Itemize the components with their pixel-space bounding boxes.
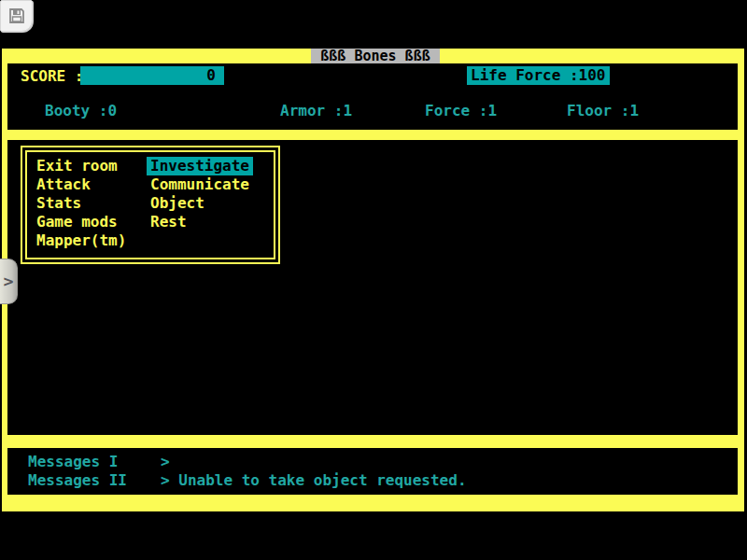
menu-item-game-mods[interactable]: Game mods [36, 213, 150, 231]
stat-booty: Booty :0 [45, 102, 117, 119]
message-row-2: Messages II > Unable to take object requ… [7, 471, 738, 490]
save-button[interactable] [0, 0, 33, 32]
menu-item-exit-room[interactable]: Exit room [36, 157, 150, 175]
floppy-disk-icon [7, 7, 26, 25]
menu-item-investigate[interactable]: Investigate [147, 157, 253, 175]
menu-item-object[interactable]: Object [150, 194, 204, 213]
game-screen: ßßß Bones ßßß SCORE : 0 Life Force :100 … [2, 49, 744, 511]
command-menu: Exit room Investigate Attack Communicate… [21, 146, 280, 264]
menu-item-stats[interactable]: Stats [36, 194, 150, 213]
messages-panel: Messages I > Messages II > Unable to tak… [7, 448, 738, 495]
stat-floor: Floor :1 [567, 102, 639, 119]
game-window: ßßß Bones ßßß SCORE : 0 Life Force :100 … [0, 0, 747, 560]
menu-item-mapper[interactable]: Mapper(tm) [36, 231, 150, 250]
menu-item-rest[interactable]: Rest [150, 213, 187, 231]
score-bar: 0 [80, 66, 224, 85]
messages-1-text: > [161, 453, 170, 471]
stat-force: Force :1 [425, 102, 497, 119]
messages-1-label: Messages I [28, 453, 161, 471]
message-row-1: Messages I > [7, 453, 738, 471]
status-panel: SCORE : 0 Life Force :100 Booty :0 Armor… [7, 63, 738, 130]
menu-item-communicate[interactable]: Communicate [150, 175, 249, 194]
main-viewport: Exit room Investigate Attack Communicate… [7, 140, 738, 435]
sidebar-expand-handle[interactable]: > [0, 259, 18, 304]
score-label: SCORE : [21, 67, 83, 85]
life-force-badge: Life Force :100 [467, 66, 610, 85]
chevron-right-icon: > [3, 273, 15, 290]
messages-2-label: Messages II [28, 471, 161, 490]
stat-armor: Armor :1 [280, 102, 352, 119]
menu-item-attack[interactable]: Attack [36, 175, 150, 194]
window-title: ßßß Bones ßßß [311, 49, 440, 64]
command-menu-inner: Exit room Investigate Attack Communicate… [25, 150, 275, 259]
messages-2-text: > Unable to take object requested. [161, 471, 467, 490]
